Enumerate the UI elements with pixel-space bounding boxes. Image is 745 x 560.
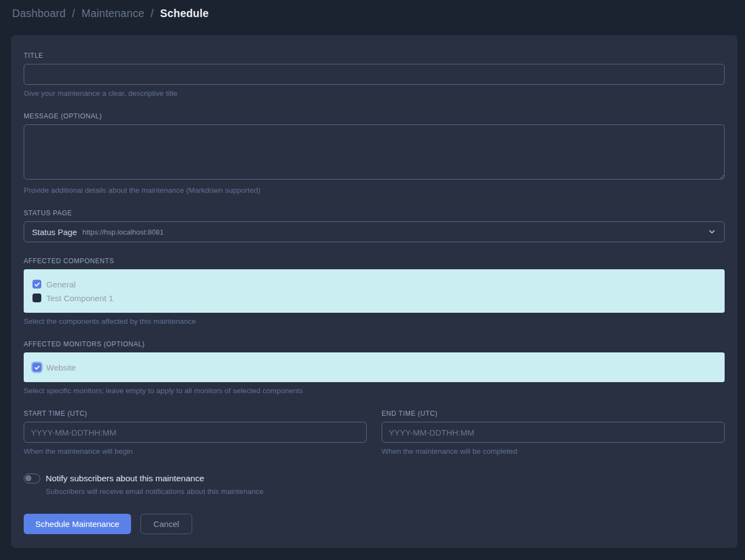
breadcrumb-dashboard[interactable]: Dashboard (12, 7, 66, 19)
breadcrumb-current-schedule: Schedule (160, 7, 209, 19)
start-time-group: START TIME (UTC) When the maintenance wi… (24, 410, 367, 455)
status-page-selected-name: Status Page (32, 227, 77, 237)
status-page-group: STATUS PAGE Status Page https://hsp.loca… (24, 209, 725, 242)
end-time-label: END TIME (UTC) (382, 410, 725, 417)
notify-group: Notify subscribers about this maintenanc… (24, 474, 725, 496)
title-input[interactable] (24, 64, 725, 85)
affected-components-panel: General Test Component 1 (24, 269, 725, 313)
component-option-label: Test Component 1 (46, 293, 113, 303)
notify-subscribers-toggle[interactable] (24, 474, 40, 483)
check-icon (34, 281, 40, 287)
notify-subscribers-helper: Subscribers will receive email notificat… (46, 487, 725, 496)
component-option-test-component-1[interactable]: Test Component 1 (32, 291, 716, 305)
cancel-button[interactable]: Cancel (140, 514, 193, 534)
message-group: MESSAGE (OPTIONAL) Provide additional de… (24, 112, 725, 194)
status-page-selected-url: https://hsp.localhost:8081 (83, 228, 164, 236)
checkbox-test-component-1[interactable] (32, 293, 41, 302)
affected-monitors-group: AFFECTED MONITORS (OPTIONAL) Website Sel… (24, 340, 725, 395)
title-group: TITLE Give your maintenance a clear, des… (24, 52, 725, 97)
breadcrumb: Dashboard / Maintenance / Schedule (0, 0, 745, 20)
chevron-down-icon (708, 227, 716, 236)
notify-subscribers-label: Notify subscribers about this maintenanc… (46, 474, 204, 483)
start-time-helper: When the maintenance will begin (24, 447, 367, 455)
title-helper: Give your maintenance a clear, descripti… (24, 89, 725, 97)
message-textarea[interactable] (24, 124, 725, 180)
checkbox-general[interactable] (32, 280, 41, 289)
message-label: MESSAGE (OPTIONAL) (24, 112, 725, 120)
end-time-helper: When the maintenance will be completed (382, 447, 725, 455)
breadcrumb-separator: / (72, 7, 75, 19)
affected-monitors-label: AFFECTED MONITORS (OPTIONAL) (24, 340, 725, 348)
status-page-label: STATUS PAGE (24, 209, 725, 217)
checkbox-website[interactable] (32, 363, 41, 372)
affected-components-helper: Select the components affected by this m… (24, 317, 725, 325)
toggle-knob (25, 475, 31, 481)
affected-components-group: AFFECTED COMPONENTS General Test Compone… (24, 257, 725, 325)
component-option-general[interactable]: General (32, 278, 716, 291)
message-helper: Provide additional details about the mai… (24, 186, 725, 194)
breadcrumb-separator: / (151, 7, 154, 19)
end-time-input[interactable] (382, 422, 725, 443)
affected-monitors-panel: Website (24, 352, 725, 382)
title-label: TITLE (24, 52, 725, 59)
status-page-select[interactable]: Status Page https://hsp.localhost:8081 (24, 221, 725, 242)
start-time-input[interactable] (24, 422, 367, 443)
start-time-label: START TIME (UTC) (24, 410, 367, 417)
form-actions: Schedule Maintenance Cancel (24, 514, 725, 534)
monitor-option-label: Website (46, 363, 76, 372)
affected-components-label: AFFECTED COMPONENTS (24, 257, 725, 265)
component-option-label: General (46, 280, 75, 289)
schedule-maintenance-button[interactable]: Schedule Maintenance (24, 514, 131, 534)
monitor-option-website[interactable]: Website (32, 361, 716, 374)
check-icon (34, 365, 40, 371)
end-time-group: END TIME (UTC) When the maintenance will… (382, 410, 725, 455)
time-row: START TIME (UTC) When the maintenance wi… (24, 410, 725, 455)
affected-monitors-helper: Select specific monitors; leave empty to… (24, 387, 725, 395)
breadcrumb-maintenance[interactable]: Maintenance (81, 7, 144, 19)
schedule-maintenance-card: TITLE Give your maintenance a clear, des… (11, 35, 737, 548)
